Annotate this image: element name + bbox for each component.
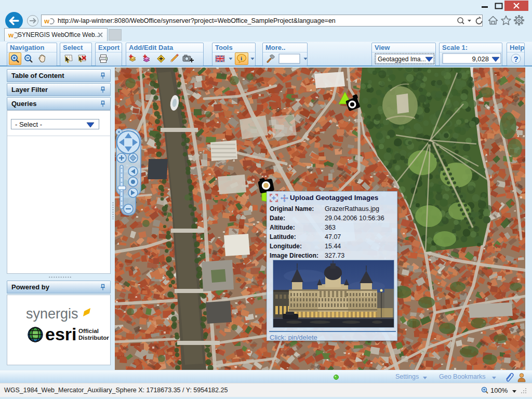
svg-text:Distributor: Distributor <box>78 335 109 341</box>
svg-text:esri: esri <box>45 324 77 344</box>
svg-text:9,028: 9,028 <box>472 55 489 63</box>
svg-text:w: w <box>8 31 14 39</box>
svg-text:Official: Official <box>78 328 99 334</box>
svg-text:Geotagged Ima...: Geotagged Ima... <box>378 56 426 63</box>
svg-text:?: ? <box>513 55 518 63</box>
svg-text:- Select -: - Select - <box>15 121 42 128</box>
svg-text:w: w <box>44 17 50 25</box>
svg-text:synergis: synergis <box>26 306 78 322</box>
svg-text:i: i <box>241 55 242 61</box>
